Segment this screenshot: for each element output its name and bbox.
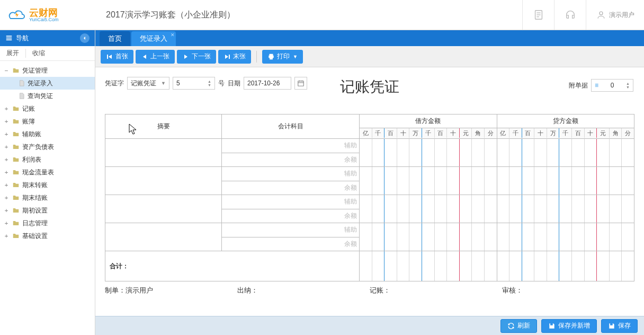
expander-icon: + bbox=[3, 207, 10, 214]
last-icon bbox=[223, 53, 231, 60]
expander-icon: + bbox=[3, 195, 10, 201]
debit-cell[interactable] bbox=[360, 167, 497, 195]
calendar-icon[interactable] bbox=[294, 77, 307, 90]
tree-label: 基础设置 bbox=[22, 232, 48, 241]
tree-item[interactable]: +现金流量表 bbox=[0, 166, 95, 179]
header-user-button[interactable]: 演示用户 bbox=[586, 0, 644, 30]
expand-all-button[interactable]: 展开 bbox=[0, 49, 25, 58]
credit-cell[interactable] bbox=[497, 139, 634, 167]
tree-label: 账簿 bbox=[22, 117, 35, 126]
tree-item[interactable]: +期末结账 bbox=[0, 191, 95, 204]
collapse-all-button[interactable]: 收缩 bbox=[25, 49, 51, 58]
tree-label: 记账 bbox=[22, 104, 35, 113]
summary-cell[interactable] bbox=[105, 195, 222, 223]
total-label: 合计： bbox=[105, 251, 360, 281]
save-button[interactable]: 保存 bbox=[601, 319, 638, 333]
prev-icon bbox=[141, 53, 148, 60]
attach-count-input[interactable]: ≡ 0 ▲▼ bbox=[591, 79, 633, 92]
next-icon bbox=[182, 53, 190, 60]
sidebar-header: 导航 bbox=[0, 30, 95, 46]
caret-down-icon: ▼ bbox=[293, 54, 298, 59]
print-button[interactable]: 打印▼ bbox=[262, 50, 303, 64]
col-subject: 会计科目 bbox=[222, 114, 360, 139]
debit-cell[interactable] bbox=[360, 223, 497, 251]
summary-cell[interactable] bbox=[105, 223, 222, 251]
tree-item[interactable]: −凭证管理 bbox=[0, 64, 95, 77]
tab[interactable]: 凭证录入✕ bbox=[131, 31, 176, 46]
summary-cell[interactable] bbox=[105, 139, 222, 167]
tree-item[interactable]: 凭证录入 bbox=[0, 77, 95, 90]
svg-rect-5 bbox=[6, 36, 12, 37]
tree-item[interactable]: +期初设置 bbox=[0, 204, 95, 217]
header-support-button[interactable] bbox=[554, 0, 586, 30]
subject-cell[interactable]: 辅助 bbox=[222, 223, 360, 237]
close-icon[interactable]: ✕ bbox=[171, 32, 175, 38]
tree-item[interactable]: 查询凭证 bbox=[0, 90, 95, 102]
tree-item[interactable]: +账簿 bbox=[0, 115, 95, 128]
debit-cell[interactable] bbox=[360, 195, 497, 223]
cashier-label: 出纳： bbox=[237, 286, 370, 295]
tree-item[interactable]: +利润表 bbox=[0, 153, 95, 166]
tree-label: 凭证录入 bbox=[28, 79, 53, 88]
sidebar: 导航 展开 收缩 −凭证管理凭证录入查询凭证+记账+账簿+辅助账+资产负债表+利… bbox=[0, 30, 95, 335]
tab-label: 凭证录入 bbox=[140, 34, 167, 43]
tree-label: 期初设置 bbox=[22, 206, 48, 215]
tree-item[interactable]: +资产负债表 bbox=[0, 140, 95, 153]
voucher-word-select[interactable]: 记账凭证▼ bbox=[127, 77, 169, 90]
subject-cell[interactable]: 辅助 bbox=[222, 167, 360, 181]
tree-item[interactable]: +基础设置 bbox=[0, 230, 95, 242]
next-button[interactable]: 下一张 bbox=[177, 50, 216, 64]
expander-icon: + bbox=[3, 220, 10, 227]
first-icon bbox=[106, 53, 113, 60]
content: 首页凭证录入✕ 首张 上一张 下一张 末张 打印▼ 记账凭证 凭证字 记账凭证▼… bbox=[95, 30, 644, 335]
tree-label: 资产负债表 bbox=[22, 143, 54, 152]
cloud-icon bbox=[8, 8, 26, 22]
tree-label: 期末转账 bbox=[22, 181, 48, 190]
credit-cell[interactable] bbox=[497, 167, 634, 195]
tree-label: 期末结账 bbox=[22, 193, 48, 202]
svg-rect-8 bbox=[107, 55, 108, 59]
subject-balance-cell: 余额 bbox=[222, 181, 360, 195]
collapse-sidebar-button[interactable] bbox=[80, 33, 90, 43]
last-button[interactable]: 末张 bbox=[218, 50, 251, 64]
tree-item[interactable]: +日志管理 bbox=[0, 217, 95, 230]
expander-icon: − bbox=[3, 67, 10, 74]
tree-label: 查询凭证 bbox=[28, 92, 53, 101]
save-icon bbox=[548, 322, 556, 330]
tab[interactable]: 首页 bbox=[100, 31, 130, 46]
print-icon bbox=[267, 53, 275, 60]
subject-cell[interactable]: 辅助 bbox=[222, 139, 360, 153]
chevron-down-icon: ▼ bbox=[161, 81, 166, 86]
svg-rect-9 bbox=[229, 55, 230, 59]
svg-rect-7 bbox=[6, 39, 12, 40]
credit-cell[interactable] bbox=[497, 195, 634, 223]
tree-label: 凭证管理 bbox=[22, 66, 48, 75]
svg-rect-6 bbox=[6, 38, 12, 39]
expander-icon: + bbox=[3, 156, 10, 163]
company-name: 2017演示学习账套（小企业准则） bbox=[95, 10, 522, 21]
voucher-date-input[interactable]: 2017-10-26 bbox=[244, 77, 291, 90]
tree-item[interactable]: +记账 bbox=[0, 102, 95, 115]
voucher-number-input[interactable]: 5 ▲▼ bbox=[173, 77, 215, 90]
subject-cell[interactable]: 辅助 bbox=[222, 195, 360, 209]
tabstrip: 首页凭证录入✕ bbox=[95, 30, 644, 46]
tree-item[interactable]: +期末转账 bbox=[0, 179, 95, 191]
summary-cell[interactable] bbox=[105, 167, 222, 195]
user-icon bbox=[596, 10, 606, 20]
voucher-header-row: 凭证字 记账凭证▼ 5 ▲▼ 号 日期 2017-10-26 bbox=[105, 77, 634, 90]
save-new-button[interactable]: 保存并新增 bbox=[541, 319, 597, 333]
poster-label: 记账： bbox=[370, 286, 502, 295]
logo[interactable]: 云财网 YunCai5.Com bbox=[0, 8, 95, 22]
first-button[interactable]: 首张 bbox=[101, 50, 133, 64]
header-doc-button[interactable] bbox=[522, 0, 554, 30]
expander-icon: + bbox=[3, 233, 10, 240]
refresh-button[interactable]: 刷新 bbox=[500, 319, 537, 333]
credit-cell[interactable] bbox=[497, 223, 634, 251]
tree-label: 利润表 bbox=[22, 155, 41, 164]
tree-item[interactable]: +辅助账 bbox=[0, 128, 95, 140]
word-label: 凭证字 bbox=[105, 79, 124, 88]
debit-cell[interactable] bbox=[360, 139, 497, 167]
attachment-row: 附单据 ≡ 0 ▲▼ bbox=[569, 79, 633, 92]
prev-button[interactable]: 上一张 bbox=[136, 50, 175, 64]
expander-icon: + bbox=[3, 182, 10, 189]
